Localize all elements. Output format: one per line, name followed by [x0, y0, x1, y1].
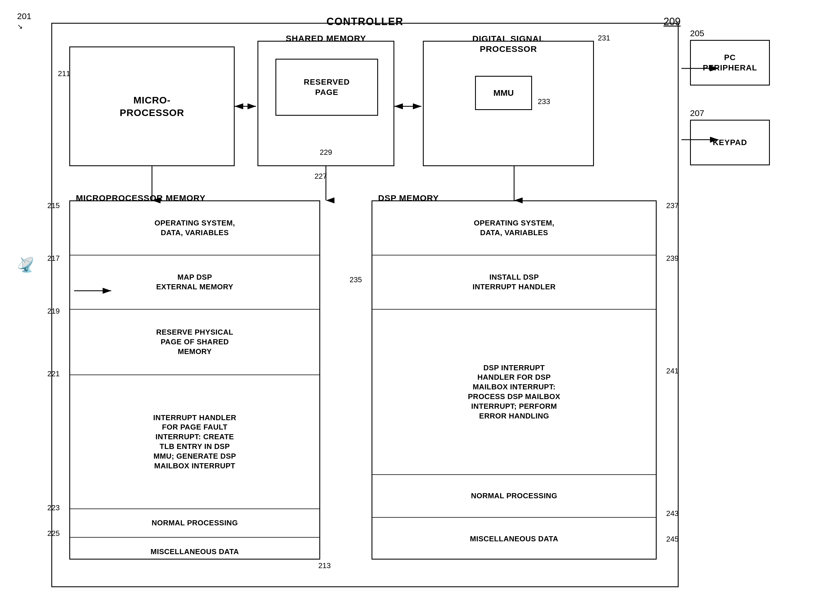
controller-label: CONTROLLER [326, 16, 404, 28]
mp-cell-3: INTERRUPT HANDLER FOR PAGE FAULT INTERRU… [70, 375, 319, 509]
mp-memory-box: MICROPROCESSOR MEMORY 215 217 219 221 22… [69, 200, 320, 560]
dsp-label: DIGITAL SIGNAL PROCESSOR [473, 34, 545, 54]
microprocessor-label: MICRO- PROCESSOR [120, 94, 184, 119]
ref-243: 243 [666, 509, 678, 518]
mp-cell-2: RESERVE PHYSICAL PAGE OF SHARED MEMORY [70, 309, 319, 375]
dsp-cell-0: OPERATING SYSTEM, DATA, VARIABLES [372, 201, 656, 255]
ref-211: 211 [58, 69, 70, 78]
microprocessor-box: MICRO- PROCESSOR [69, 47, 235, 166]
ref-219: 219 [47, 307, 60, 315]
shared-memory-box: SHARED MEMORY RESERVED PAGE 229 [257, 41, 394, 166]
mp-cell-5: MISCELLANEOUS DATA [70, 538, 319, 566]
dsp-cell-1: INSTALL DSP INTERRUPT HANDLER [372, 255, 656, 309]
antenna-icon: 📡 [17, 257, 35, 273]
ref-201: 201 ↘ [17, 12, 31, 31]
pc-peripheral-box: PC PERIPHERAL [690, 40, 770, 85]
ref-221: 221 [47, 370, 60, 378]
keypad-label: KEYPAD [713, 137, 747, 148]
ref-227: 227 [314, 172, 327, 181]
ref-215: 215 [47, 201, 60, 210]
ref-225: 225 [47, 529, 60, 538]
dsp-box: DIGITAL SIGNAL PROCESSOR 231 MMU 233 [423, 41, 594, 166]
ref-241: 241 [666, 367, 678, 375]
dsp-memory-box: DSP MEMORY 235 237 239 241 243 245 OPERA… [372, 200, 656, 560]
ref-239: 239 [666, 254, 678, 263]
ref-245: 245 [666, 535, 678, 544]
controller-box: CONTROLLER 209 211 MICRO- PROCESSOR SHAR… [51, 23, 678, 587]
reserved-page-label: RESERVED PAGE [304, 77, 350, 98]
ref-235: 235 [350, 275, 362, 284]
mp-cell-1: MAP DSP EXTERNAL MEMORY [70, 255, 319, 309]
dsp-cell-3: NORMAL PROCESSING [372, 475, 656, 518]
ref-213: 213 [319, 561, 331, 570]
mp-cell-0: OPERATING SYSTEM, DATA, VARIABLES [70, 201, 319, 255]
ref-229: 229 [320, 148, 332, 157]
shared-memory-label: SHARED MEMORY [286, 34, 366, 43]
mmu-box: MMU [475, 76, 532, 110]
pc-peripheral-label: PC PERIPHERAL [703, 53, 757, 73]
controller-number: 209 [664, 16, 681, 28]
ref-205: 205 [690, 28, 704, 38]
dsp-cell-2: DSP INTERRUPT HANDLER FOR DSP MAILBOX IN… [372, 309, 656, 475]
mp-cell-4: NORMAL PROCESSING [70, 509, 319, 538]
mmu-label: MMU [493, 88, 514, 98]
ref-233: 233 [538, 97, 550, 106]
ref-217: 217 [47, 254, 60, 263]
reserved-page-box: RESERVED PAGE [275, 59, 378, 116]
ref-223: 223 [47, 503, 60, 512]
ref-231: 231 [598, 34, 610, 43]
ref-237: 237 [666, 201, 678, 210]
dsp-cell-4: MISCELLANEOUS DATA [372, 518, 656, 560]
ref-207: 207 [690, 108, 704, 118]
keypad-box: KEYPAD [690, 120, 770, 165]
